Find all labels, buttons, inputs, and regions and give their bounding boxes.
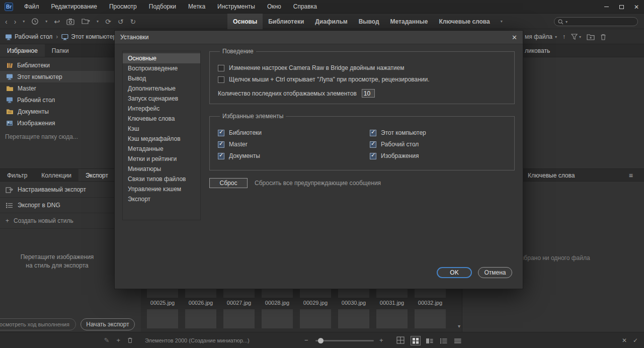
tab-filter[interactable]: Фильтр	[0, 169, 34, 181]
checkbox-icon[interactable]	[218, 65, 224, 71]
nav-item-playback[interactable]: Воспроизведение	[123, 63, 200, 73]
compact-list-view-button[interactable]	[452, 336, 463, 345]
start-export-button[interactable]: Начать экспорт	[80, 318, 135, 330]
chevron-down-icon[interactable]: ▾	[97, 19, 99, 24]
cancel-button[interactable]: Отмена	[478, 267, 512, 278]
filter-dropdown[interactable]: ▾	[571, 34, 581, 40]
favorite-option-this-pc[interactable]: Этот компьютер	[370, 129, 506, 136]
forward-icon[interactable]: ›	[14, 18, 17, 26]
refresh-icon[interactable]: ⟳	[105, 18, 111, 26]
checkbox-icon[interactable]	[218, 76, 224, 83]
nav-item-metadata[interactable]: Метаданные	[123, 144, 200, 154]
list-view-button[interactable]	[438, 336, 449, 345]
grid-lock-button[interactable]	[396, 336, 405, 344]
delete-style-icon[interactable]	[127, 337, 133, 343]
reset-button[interactable]: Сброс	[209, 178, 248, 188]
undo-icon[interactable]: ↺	[118, 18, 124, 26]
minimize-button[interactable]	[599, 0, 614, 14]
nav-item-file-type-assoc[interactable]: Связи типов файлов	[123, 174, 200, 184]
search-scope-chevron-icon[interactable]: ▾	[566, 20, 568, 24]
favorite-option-libraries[interactable]: Библиотеки	[218, 129, 370, 136]
workspace-more-chevron-icon[interactable]: ▾	[496, 14, 508, 29]
chevron-down-icon[interactable]: ▾	[45, 19, 47, 24]
menu-tools[interactable]: Инструменты	[211, 0, 261, 14]
menu-view[interactable]: Просмотр	[103, 0, 143, 14]
zoom-in-button[interactable]: +	[379, 332, 383, 348]
nav-item-cache-management[interactable]: Управление кэшем	[123, 184, 200, 194]
nav-item-general[interactable]: Основные	[123, 53, 200, 63]
nav-item-advanced[interactable]: Дополнительные	[123, 83, 200, 94]
breadcrumb-desktop[interactable]: Рабочий стол	[5, 33, 52, 40]
tab-favorites[interactable]: Избранное	[0, 44, 45, 57]
menu-window[interactable]: Окно	[261, 0, 287, 14]
nav-item-labels-ratings[interactable]: Метки и рейтинги	[123, 154, 200, 164]
nav-item-media-cache[interactable]: Кэш медиафайлов	[123, 134, 200, 144]
maximize-button[interactable]	[614, 0, 629, 14]
scrollbar-down-icon[interactable]: ▾	[458, 323, 460, 329]
thumbnail-size-slider[interactable]	[315, 340, 374, 341]
camera-import-icon[interactable]	[66, 18, 75, 25]
menu-label[interactable]: Метка	[182, 0, 211, 14]
nav-item-interface[interactable]: Интерфейс	[123, 104, 200, 114]
menu-help[interactable]: Справка	[287, 0, 323, 14]
recent-history-icon[interactable]	[31, 18, 39, 25]
details-view-button[interactable]	[424, 336, 435, 345]
menu-file[interactable]: Файл	[18, 0, 45, 14]
zoom-out-button[interactable]: −	[304, 332, 308, 348]
nav-item-output[interactable]: Вывод	[123, 73, 200, 83]
nav-item-startup-scripts[interactable]: Запуск сценариев	[123, 94, 200, 104]
workspace-tab-essentials[interactable]: Основы	[227, 14, 263, 29]
slider-thumb[interactable]	[318, 338, 324, 343]
checkbox-checked-icon[interactable]	[370, 141, 376, 148]
checkbox-checked-icon[interactable]	[370, 130, 376, 136]
thumbnail-view-button[interactable]	[411, 336, 421, 345]
menu-edit[interactable]: Редактирование	[45, 0, 103, 14]
ok-button[interactable]: OK	[437, 267, 472, 278]
return-to-app-icon[interactable]: ↩	[54, 18, 60, 26]
back-icon[interactable]: ‹	[5, 18, 8, 26]
checkbox-checked-icon[interactable]	[370, 153, 376, 159]
checkbox-checked-icon[interactable]	[218, 141, 224, 148]
favorite-option-master[interactable]: Master	[218, 141, 370, 148]
nav-item-cache[interactable]: Кэш	[123, 124, 200, 134]
menu-stacks[interactable]: Подборки	[143, 0, 182, 14]
tab-folders[interactable]: Папки	[45, 44, 76, 57]
move-to-folder-icon[interactable]	[82, 18, 90, 25]
nav-item-thumbnails[interactable]: Миниатюры	[123, 164, 200, 174]
recent-items-input[interactable]	[362, 89, 375, 98]
confirm-task-button[interactable]: ✓	[633, 332, 638, 348]
checkbox-checked-icon[interactable]	[218, 153, 224, 159]
favorite-option-documents[interactable]: Документы	[218, 152, 370, 159]
nav-item-keywords[interactable]: Ключевые слова	[123, 114, 200, 124]
workspace-tab-filmstrip[interactable]: Диафильм	[309, 14, 353, 29]
edit-style-icon[interactable]: ✎	[104, 336, 110, 344]
sort-field-dropdown[interactable]: мя файла ▾	[525, 33, 557, 40]
camera-raw-option[interactable]: Изменение настроек Camera Raw в Bridge д…	[218, 64, 506, 71]
add-style-icon[interactable]: +	[116, 336, 120, 344]
tab-keywords-panel[interactable]: Ключевые слова	[528, 169, 575, 182]
chevron-down-icon[interactable]: ▾	[23, 19, 25, 24]
search-input[interactable]: ▾	[554, 17, 638, 26]
workspace-tab-libraries[interactable]: Библиотеки	[263, 14, 309, 29]
sort-direction-button[interactable]: ↑	[562, 33, 566, 40]
new-folder-button[interactable]	[587, 34, 595, 40]
workspace-tab-metadata[interactable]: Метаданные	[385, 14, 434, 29]
dialog-close-button[interactable]: ✕	[512, 34, 517, 41]
tab-collections[interactable]: Коллекции	[34, 169, 78, 181]
workspace-tab-output[interactable]: Вывод	[353, 14, 385, 29]
panel-menu-icon[interactable]: ≡	[629, 169, 633, 182]
favorite-option-desktop[interactable]: Рабочий стол	[370, 141, 506, 148]
nav-item-export[interactable]: Экспорт	[123, 194, 200, 204]
delete-button[interactable]	[600, 34, 606, 40]
close-button[interactable]: ✕	[629, 0, 644, 14]
tab-publish[interactable]: ликовать	[525, 44, 550, 57]
favorite-option-pictures[interactable]: Изображения	[370, 152, 506, 159]
tab-export[interactable]: Экспорт	[78, 169, 115, 181]
view-progress-button[interactable]: осмотреть ход выполнения	[0, 318, 76, 330]
loupe-option[interactable]: Щелчок мыши + Ctrl открывает "Лупа" при …	[218, 76, 506, 83]
breadcrumb-this-pc[interactable]: Этот компьютер	[61, 33, 116, 40]
workspace-tab-keywords[interactable]: Ключевые слова	[433, 14, 495, 29]
redo-icon[interactable]: ↻	[130, 18, 136, 26]
checkbox-checked-icon[interactable]	[218, 130, 224, 136]
cancel-task-button[interactable]: ✕	[622, 332, 627, 348]
